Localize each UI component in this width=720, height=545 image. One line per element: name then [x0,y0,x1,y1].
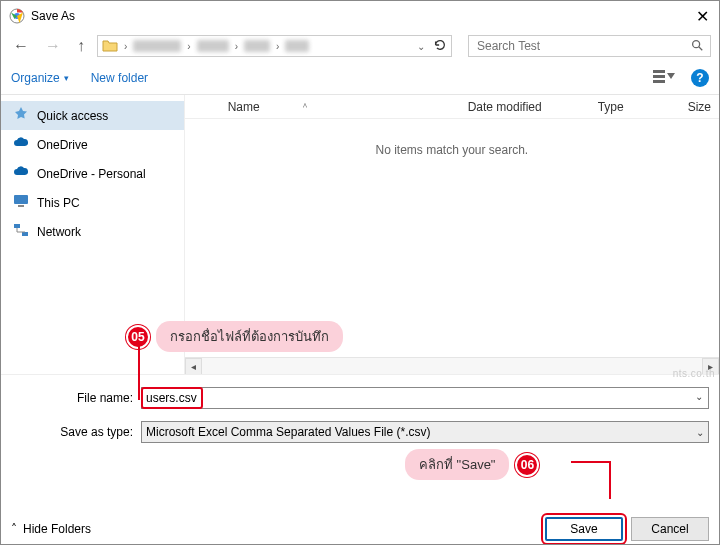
chevron-right-icon: › [122,41,129,52]
empty-message: No items match your search. [185,119,719,181]
window-title: Save As [31,9,75,23]
breadcrumb-segment[interactable] [285,40,309,52]
column-size[interactable]: Size [680,100,719,114]
sidebar-item-label: This PC [37,196,80,210]
svg-point-2 [693,40,700,47]
refresh-icon[interactable] [433,38,447,55]
annotation-connector [138,345,140,400]
cloud-icon [13,135,29,154]
footer: File name: ⌄ Save as type: Microsoft Exc… [1,374,719,544]
svg-rect-10 [22,232,28,236]
chevron-right-icon: › [274,41,281,52]
chevron-down-icon: ⌄ [696,427,704,438]
annotation-06: คลิกที่ "Save" 06 [399,449,539,480]
save-button[interactable]: Save [545,517,623,541]
sort-indicator-icon: ＾ [300,100,310,114]
close-icon[interactable]: ✕ [696,7,709,26]
search-input[interactable] [475,38,690,54]
chevron-right-icon: › [233,41,240,52]
sidebar-item-network[interactable]: Network [1,217,184,246]
chevron-right-icon: › [185,41,192,52]
nav-row: ← → ↑ › › › › ⌄ [1,31,719,61]
saveastype-value: Microsoft Excel Comma Separated Values F… [146,425,431,439]
column-name[interactable]: Name ＾ [220,100,460,114]
annotation-05: 05 กรอกชื่อไฟล์ที่ต้องการบันทึก [126,321,349,352]
column-date[interactable]: Date modified [460,100,590,114]
svg-rect-6 [653,80,665,83]
svg-rect-9 [14,224,20,228]
annotation-connector [571,461,611,463]
sidebar-item-label: OneDrive - Personal [37,167,146,181]
back-button[interactable]: ← [9,35,33,57]
breadcrumb-segment[interactable] [133,40,181,52]
sidebar-item-this-pc[interactable]: This PC [1,188,184,217]
chevron-up-icon: ˄ [11,522,17,536]
sidebar-item-label: Network [37,225,81,239]
hide-folders-toggle[interactable]: ˄ Hide Folders [11,522,91,536]
toolbar: Organize ▾ New folder ? [1,61,719,95]
scroll-left-icon[interactable]: ◂ [185,358,202,375]
title-bar: Save As ✕ [1,1,719,31]
annotation-text: คลิกที่ "Save" [405,449,509,480]
chevron-down-icon: ▾ [64,73,69,83]
search-icon[interactable] [690,38,704,55]
monitor-icon [13,193,29,212]
filename-field-wrap: ⌄ [141,387,709,409]
chevron-down-icon[interactable]: ⌄ [415,41,427,52]
up-button[interactable]: ↑ [73,35,89,57]
chrome-icon [9,8,25,24]
saveastype-label: Save as type: [11,425,141,439]
chevron-down-icon[interactable]: ⌄ [695,391,703,402]
address-bar[interactable]: › › › › ⌄ [97,35,452,57]
new-folder-button[interactable]: New folder [91,71,148,85]
svg-rect-8 [18,205,24,207]
annotation-connector [609,461,611,499]
search-box[interactable] [468,35,711,57]
filename-label: File name: [11,391,141,405]
horizontal-scrollbar[interactable]: ◂ ▸ [185,357,719,374]
sidebar-item-label: Quick access [37,109,108,123]
filename-input[interactable] [141,387,709,409]
svg-rect-4 [653,70,665,73]
breadcrumb-segment[interactable] [197,40,229,52]
column-headers: Name ＾ Date modified Type Size [185,95,719,119]
star-icon [13,106,29,125]
save-as-dialog: Save As ✕ ← → ↑ › › › › ⌄ [0,0,720,545]
cloud-icon [13,164,29,183]
folder-icon [102,38,118,54]
svg-rect-7 [14,195,28,204]
sidebar-item-label: OneDrive [37,138,88,152]
body: Quick access OneDrive OneDrive - Persona… [1,95,719,374]
svg-rect-5 [653,75,665,78]
organize-menu[interactable]: Organize ▾ [11,71,69,85]
watermark: nts.co.th [673,368,715,379]
saveastype-combo[interactable]: Microsoft Excel Comma Separated Values F… [141,421,709,443]
help-icon[interactable]: ? [691,69,709,87]
sidebar-item-quick-access[interactable]: Quick access [1,101,184,130]
annotation-text: กรอกชื่อไฟล์ที่ต้องการบันทึก [156,321,343,352]
cancel-button[interactable]: Cancel [631,517,709,541]
column-type[interactable]: Type [590,100,680,114]
annotation-number: 06 [515,453,539,477]
network-icon [13,222,29,241]
breadcrumb-segment[interactable] [244,40,270,52]
svg-line-3 [699,46,703,50]
sidebar-item-onedrive[interactable]: OneDrive [1,130,184,159]
forward-button[interactable]: → [41,35,65,57]
sidebar-item-onedrive-personal[interactable]: OneDrive - Personal [1,159,184,188]
view-options-icon[interactable] [653,69,679,86]
